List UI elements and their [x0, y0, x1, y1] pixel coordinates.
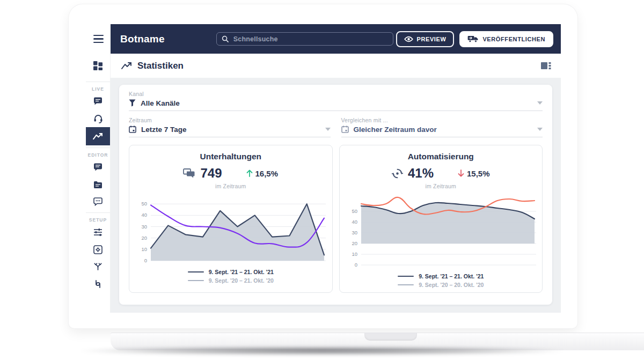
search-icon	[222, 35, 229, 42]
sidebar-item-content[interactable]	[86, 176, 110, 193]
chevron-down-icon	[537, 101, 543, 105]
app-window: Botname	[86, 24, 561, 313]
legend-label: 9. Sept. '20 – 21. Okt. '20	[209, 277, 274, 284]
sidebar-item-dashboard[interactable]	[86, 54, 111, 78]
svg-text:40: 40	[142, 212, 148, 218]
delta-down-icon	[458, 170, 464, 177]
chevron-down-icon	[325, 128, 331, 131]
channel-filter[interactable]: Kanal Alle Kanäle	[129, 91, 543, 111]
publish-label: VERÖFFENTLICHEN	[482, 36, 545, 42]
main-content: Kanal Alle Kanäle Zeitraum	[111, 78, 561, 313]
metric-value: 41%	[408, 166, 434, 181]
chat-icon	[93, 97, 103, 106]
search-box[interactable]	[216, 32, 393, 46]
divider	[86, 82, 110, 82]
laptop-notch	[364, 333, 417, 341]
sidebar-item-routing[interactable]	[86, 258, 110, 275]
filter-label: Zeitraum	[129, 117, 331, 123]
legend-swatch-current	[398, 276, 414, 277]
top-nav: Botname	[86, 24, 561, 54]
filter-label: Kanal	[129, 91, 543, 97]
svg-text:40: 40	[352, 219, 357, 225]
laptop-shadow	[80, 347, 564, 355]
page-title: Statistiken	[137, 61, 184, 71]
calendar-icon	[341, 126, 349, 133]
delta-value: 16,5%	[255, 169, 279, 178]
statistics-panel: Kanal Alle Kanäle Zeitraum	[119, 85, 552, 305]
sidebar-item-takeover[interactable]	[86, 110, 110, 127]
card-title: Unterhaltungen	[200, 152, 261, 161]
svg-text:20: 20	[142, 235, 148, 241]
statistics-icon	[93, 133, 103, 140]
sidebar-section-setup: SETUP	[89, 217, 107, 223]
sidebar-section-live: LIVE	[92, 86, 104, 92]
sliders-icon	[93, 228, 103, 237]
sidebar-item-chats[interactable]	[86, 93, 110, 110]
automation-card: Automatisierung 41%	[339, 145, 543, 293]
divider	[86, 212, 110, 213]
delta-up-icon	[246, 170, 253, 177]
gear-box-icon	[93, 245, 103, 254]
sidebar-section-editor: EDITOR	[88, 152, 108, 158]
card-title: Automatisierung	[408, 152, 474, 161]
chart-legend: 9. Sept. '21 – 21. Okt. '21 9. Sept. '20…	[188, 269, 274, 284]
integrations-icon	[94, 279, 102, 289]
sidebar-item-settings[interactable]	[86, 224, 110, 241]
metric-value: 749	[200, 166, 222, 181]
svg-text:0: 0	[144, 257, 147, 263]
legend-swatch-previous	[188, 280, 204, 281]
headset-icon	[93, 114, 103, 123]
sidebar-item-conversation-editor[interactable]	[86, 159, 110, 176]
sidebar-item-bot-settings[interactable]	[86, 241, 110, 258]
dashboard-icon	[93, 61, 103, 70]
statistics-icon	[121, 62, 132, 70]
folder-icon	[93, 181, 103, 189]
nav-bar: Botname	[111, 24, 561, 54]
chat-dots-icon	[93, 197, 103, 206]
menu-button[interactable]	[86, 24, 111, 54]
filter-value: Alle Kanäle	[141, 99, 180, 107]
page-title-row: Statistiken	[111, 54, 561, 78]
compare-filter[interactable]: Vergleichen mit ... Gleicher Zeitraum da…	[341, 117, 543, 137]
conversations-icon	[183, 168, 195, 179]
timerange-filter[interactable]: Zeitraum Letzte 7 Tage	[129, 117, 331, 137]
delta-value: 15,5%	[467, 169, 490, 178]
filter-value: Letzte 7 Tage	[141, 126, 187, 134]
automation-chart: 01020304050	[345, 189, 537, 269]
publish-button[interactable]: VERÖFFENTLICHEN	[459, 31, 553, 47]
svg-text:10: 10	[352, 251, 357, 257]
chart-legend: 9. Sept. '21 – 21. Okt. '21 9. Sept. '20…	[398, 273, 484, 288]
conversations-card: Unterhaltungen 749	[129, 145, 333, 293]
svg-text:30: 30	[142, 224, 148, 230]
charts-row: Unterhaltungen 749	[129, 145, 543, 293]
divider	[86, 148, 110, 148]
legend-swatch-current	[188, 271, 204, 273]
page-header: Statistiken	[86, 54, 561, 78]
laptop-frame: Botname	[69, 4, 577, 328]
legend-label: 9. Sept. '21 – 21. Okt. '21	[209, 269, 274, 275]
sidebar-item-integrations[interactable]	[86, 275, 110, 292]
funnel-icon	[129, 99, 136, 107]
legend-label: 9. Sept. '20 – 20. Okt. '20	[419, 282, 484, 288]
conversation-editor-icon	[93, 163, 103, 172]
sidebar-item-statistics[interactable]	[86, 127, 110, 145]
metric-caption: im Zeitraum	[215, 183, 246, 189]
hamburger-icon	[93, 35, 104, 36]
eye-icon	[404, 36, 413, 42]
search-input[interactable]	[232, 35, 388, 43]
layout-toggle-icon[interactable]	[541, 62, 551, 70]
filter-label: Vergleichen mit ...	[341, 117, 543, 123]
metric-caption: im Zeitraum	[425, 183, 456, 189]
sidebar-item-messages[interactable]	[86, 193, 110, 210]
svg-text:30: 30	[352, 230, 357, 235]
automation-icon	[392, 168, 403, 179]
svg-text:10: 10	[142, 246, 148, 252]
bot-name: Botname	[120, 33, 165, 45]
calendar-icon	[129, 126, 136, 133]
filter-value: Gleicher Zeitraum davor	[354, 126, 437, 134]
svg-text:50: 50	[352, 208, 357, 214]
svg-text:50: 50	[142, 201, 148, 207]
preview-button[interactable]: PREVIEW	[396, 31, 455, 47]
svg-text:20: 20	[352, 240, 357, 246]
chevron-down-icon	[537, 128, 543, 131]
